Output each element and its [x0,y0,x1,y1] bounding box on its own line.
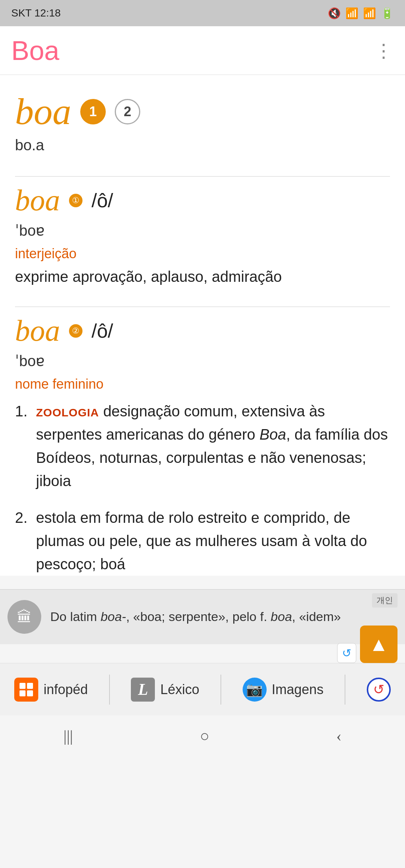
badge-1[interactable]: 1 [80,99,106,124]
menu-button[interactable]: ⋮ [374,40,394,61]
badge-2[interactable]: 2 [115,99,140,124]
nav-menu-button[interactable]: ||| [63,727,73,745]
bottom-toolbar: infopéd L Léxico 📷 Imagens ↺ [0,663,405,715]
infoped-logo-icon [19,682,34,697]
scroll-top-button[interactable]: ▲ [360,626,398,663]
etymology-bar: 🏛 Do latim boa-, «boa; serpente», pelo f… [0,589,405,644]
toolbar-infoped[interactable]: infopéd [7,678,95,702]
infoped-label: infopéd [44,682,88,697]
def-item-1: 1. ZOOLOGIA designação comum, extensiva … [15,400,390,492]
entry-1-pos: interjeição [15,246,390,262]
def-body-1: ZOOLOGIA designação comum, extensiva às … [36,400,390,492]
app-header: Boa ⋮ [0,26,405,75]
ext-icon: ↺ [367,678,391,702]
battery-icon: 🔋 [381,7,394,19]
etymology-text: Do latim boa-, «boa; serpente», pelo f. … [50,608,398,626]
mute-icon: 🔇 [328,7,341,19]
infoped-icon [14,678,38,702]
toolbar-lexico[interactable]: L Léxico [123,678,207,702]
svg-rect-2 [20,690,26,696]
scroll-top-arrow-icon: ▲ [369,633,388,655]
definition-list: 1. ZOOLOGIA designação comum, extensiva … [15,400,390,576]
imagens-icon: 📷 [243,678,267,702]
etymology-icon: 🏛 [8,600,41,634]
entry-2-word-row: boa ② /ô/ [15,307,390,348]
def-num-2: 2. [15,506,30,576]
entry-1-word: boa [15,183,60,217]
svg-rect-0 [20,683,26,689]
svg-rect-1 [27,683,33,689]
main-word: boa [15,90,71,133]
lexico-label: Léxico [160,682,199,697]
entry-2-phonetic: /ô/ [92,320,113,342]
signal-icon: 📶 [363,7,376,19]
def-item-2: 2. estola em forma de rolo estreito e co… [15,506,390,576]
entry-1-phonetic: /ô/ [92,189,113,212]
entry-2-word: boa [15,314,60,348]
def-body-2: estola em forma de rolo estreito e compr… [36,506,390,576]
entry-1: boa ① /ô/ ˈboɐ interjeição exprime aprov… [15,169,390,288]
privacy-button[interactable]: 개인 [372,593,398,608]
entry-1-supnum: ① [69,194,82,207]
page-title: Boa [11,35,59,66]
def-num-1: 1. [15,400,30,492]
syllable: bo.a [15,137,390,154]
lexico-icon: L [131,678,155,702]
status-bar: SKT 12:18 🔇 📶 📶 🔋 [0,0,405,26]
svg-rect-3 [27,690,33,696]
toolbar-divider-2 [220,675,221,705]
recaptcha-icon: ↺ [342,647,351,660]
recaptcha-badge: ↺ [337,643,356,663]
toolbar-ext[interactable]: ↺ [359,678,398,702]
nav-back-button[interactable]: ‹ [336,727,342,745]
toolbar-divider-1 [109,675,110,705]
status-carrier-time: SKT 12:18 [11,7,61,19]
navigation-bar: ||| ○ ‹ [0,715,405,757]
entry-2-pos: nome feminino [15,376,390,392]
entry-2-ipa: ˈboɐ [15,352,390,370]
entry-1-ipa: ˈboɐ [15,222,390,239]
imagens-label: Imagens [272,682,324,697]
status-icons: 🔇 📶 📶 🔋 [328,7,394,19]
toolbar-imagens[interactable]: 📷 Imagens [235,678,331,702]
nav-home-button[interactable]: ○ [200,727,209,745]
zoologia-tag: ZOOLOGIA [36,406,99,419]
entry-2-supnum: ② [69,324,82,338]
toolbar-divider-3 [345,675,345,705]
wifi-icon: 📶 [345,7,358,19]
main-content: boa 1 2 bo.a boa ① /ô/ ˈboɐ interjeição … [0,75,405,576]
entry-1-definition: exprime aprovação, aplauso, admiração [15,265,390,288]
entry-2: boa ② /ô/ ˈboɐ nome feminino 1. ZOOLOGIA… [15,299,390,576]
word-header-row: boa 1 2 [15,90,390,133]
entry-1-word-row: boa ① /ô/ [15,176,390,217]
